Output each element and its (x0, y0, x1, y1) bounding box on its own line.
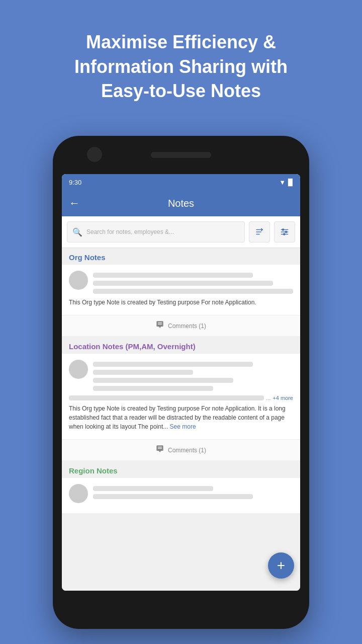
avatar (69, 271, 88, 290)
skeleton-line (93, 273, 253, 278)
location-note-text: This Org type Note is created by Testing… (69, 404, 293, 431)
ellipsis: ... (266, 395, 270, 401)
status-bar: 9:30 ▼ ▉ (62, 174, 300, 190)
skeleton-line (93, 289, 293, 294)
skeleton-lines (93, 271, 293, 294)
notes-list[interactable]: Org Notes This Org type Note is created … (62, 248, 300, 591)
comments-label: Comments (1) (168, 323, 206, 330)
comments-row[interactable]: Comments (1) (62, 315, 300, 336)
avatar (69, 360, 88, 379)
status-time: 9:30 (69, 179, 81, 186)
skeleton-line (69, 395, 264, 400)
status-icons: ▼ ▉ (279, 179, 293, 186)
skeleton-line (93, 370, 193, 375)
svg-point-8 (284, 233, 285, 235)
search-placeholder: Search for notes, employees &... (86, 228, 174, 235)
app-bar: ← Notes (62, 190, 300, 216)
back-button[interactable]: ← (69, 197, 80, 210)
org-notes-header: Org Notes (62, 248, 300, 265)
sort-button[interactable] (249, 221, 270, 243)
comment-icon (156, 445, 164, 455)
phone-speaker (151, 152, 211, 158)
battery-icon: ▉ (288, 179, 293, 186)
location-comments-row[interactable]: Comments (1) (62, 439, 300, 460)
skeleton-line (93, 494, 253, 499)
see-more-link[interactable]: See more (170, 423, 196, 430)
wifi-icon: ▼ (279, 179, 286, 186)
avatar (69, 484, 88, 503)
svg-point-6 (286, 231, 287, 233)
fab-add-button[interactable]: + (268, 552, 294, 579)
skeleton-line (93, 486, 213, 491)
skeleton-line (93, 378, 233, 383)
phone-screen: 9:30 ▼ ▉ ← Notes 🔍 Search for notes, emp… (62, 174, 300, 591)
filter-button[interactable] (274, 221, 295, 243)
location-notes-header: Location Notes (PM,AM, Overnight) (62, 337, 300, 354)
skeleton-lines (93, 484, 293, 499)
search-icon: 🔍 (72, 227, 82, 237)
svg-point-4 (283, 229, 284, 230)
org-note-text: This Org type Note is created by Testing… (69, 298, 293, 307)
search-box[interactable]: 🔍 Search for notes, employees &... (67, 221, 245, 243)
region-notes-header: Region Notes (62, 461, 300, 478)
skeleton-lines (93, 360, 293, 391)
skeleton-line (93, 362, 253, 367)
skeleton-line (93, 281, 273, 286)
phone-mockup: 9:30 ▼ ▉ ← Notes 🔍 Search for notes, emp… (53, 136, 309, 629)
phone-camera (87, 147, 102, 162)
search-area: 🔍 Search for notes, employees &... (62, 216, 300, 248)
app-bar-title: Notes (86, 198, 276, 209)
comments-label: Comments (1) (168, 447, 206, 454)
location-note-card: ... +4 more This Org type Note is create… (62, 354, 300, 460)
hero-heading: Maximise Efficiency & Information Sharin… (0, 0, 362, 119)
org-note-card: This Org type Note is created by Testing… (62, 265, 300, 336)
comment-icon (156, 320, 164, 331)
skeleton-line (93, 386, 213, 391)
more-link[interactable]: +4 more (273, 395, 293, 401)
region-note-card (62, 478, 300, 513)
